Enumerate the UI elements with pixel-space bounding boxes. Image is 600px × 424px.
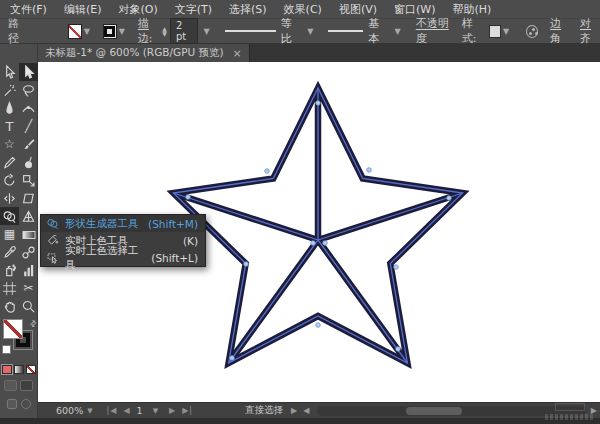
corner-link[interactable]: 边角 [550, 16, 570, 46]
gradient-icon [21, 227, 36, 242]
width-profile-label: 等比 [281, 16, 300, 46]
fill-none-swatch[interactable] [68, 24, 82, 39]
shaper-tool[interactable] [0, 153, 19, 171]
fill-indicator-none[interactable] [3, 319, 23, 339]
artboard-number-field[interactable]: 1 [137, 405, 143, 416]
shape-builder-tool[interactable] [0, 207, 19, 225]
pen-tool[interactable] [0, 99, 19, 117]
menu-effect[interactable]: 效果(C) [284, 2, 322, 17]
artboard-tool[interactable] [0, 279, 19, 297]
scrollbar-thumb[interactable] [406, 407, 462, 415]
stroke-dropdown-chevron-icon[interactable]: ▼ [119, 27, 125, 36]
shaper-pencil-icon [2, 155, 17, 170]
line-segment-tool[interactable]: ╱ [19, 117, 38, 135]
canvas-area[interactable]: 形状生成器工具 (Shift+M) 实时上色工具 (K) 实时上色选择工具 (S… [38, 62, 600, 402]
menu-window[interactable]: 窗口(W) [394, 2, 435, 17]
edit-toolbar-icon[interactable] [21, 399, 31, 409]
window-bottom-edge [0, 418, 600, 424]
mesh-icon: ▦ [4, 228, 15, 240]
perspective-grid-tool[interactable] [19, 207, 38, 225]
menu-view[interactable]: 视图(V) [339, 2, 377, 17]
none-mode-button[interactable] [26, 365, 36, 374]
style-swatch[interactable] [489, 25, 501, 38]
magic-wand-icon [2, 83, 17, 98]
shape-builder-icon [2, 209, 17, 224]
draw-normal-button[interactable] [4, 380, 17, 391]
gradient-tool[interactable] [19, 225, 38, 243]
stroke-color-swatch[interactable] [103, 24, 117, 39]
type-tool[interactable]: T [0, 117, 19, 135]
direct-selection-tool[interactable] [19, 63, 38, 81]
eyedropper-tool[interactable] [0, 243, 19, 261]
flyout-label: 形状生成器工具 [65, 217, 139, 231]
live-paint-selection-icon [46, 251, 59, 264]
blend-tool[interactable] [19, 243, 38, 261]
artboard-dropdown-chevron-icon[interactable]: ▼ [153, 407, 159, 415]
menu-select[interactable]: 选择(S) [229, 2, 267, 17]
scroll-left-icon[interactable]: ◀ [303, 406, 309, 415]
hand-tool[interactable] [0, 297, 19, 315]
column-graph-tool[interactable] [19, 261, 38, 279]
menu-type[interactable]: 文字(T) [175, 2, 212, 17]
screen-mode-icon[interactable] [7, 399, 17, 409]
scale-tool[interactable] [19, 171, 38, 189]
paintbrush-tool[interactable] [19, 135, 38, 153]
status-expand-icon[interactable]: ▶ [291, 406, 297, 415]
flyout-item-live-paint-selection[interactable]: 实时上色选择工具 (Shift+L) [41, 249, 205, 266]
last-artboard-icon[interactable]: ▶| [182, 406, 193, 415]
curvature-icon [21, 101, 36, 116]
lasso-tool[interactable] [19, 81, 38, 99]
width-profile-dropdown[interactable]: 等比 ▼ [225, 16, 317, 46]
menu-file[interactable]: 文件(F) [10, 2, 47, 17]
menu-edit[interactable]: 编辑(E) [64, 2, 102, 17]
zoom-level-field[interactable]: 600% [56, 405, 83, 416]
symbol-sprayer-tool[interactable] [0, 261, 19, 279]
width-tool[interactable] [0, 189, 19, 207]
draw-mode-buttons [0, 380, 37, 391]
draw-behind-button[interactable] [20, 380, 33, 391]
width-profile-preview [225, 30, 276, 32]
magic-wand-tool[interactable] [0, 81, 19, 99]
tab-close-icon[interactable]: × [233, 47, 242, 60]
rotate-icon [2, 173, 17, 188]
stroke-weight-stepper[interactable]: ▲▼ [162, 26, 167, 36]
menu-object[interactable]: 对象(O) [118, 2, 157, 17]
brush-dropdown[interactable]: 基本 ▼ [328, 16, 403, 46]
default-fill-stroke-icon[interactable] [2, 345, 11, 354]
blob-brush-tool[interactable] [19, 153, 38, 171]
fill-stroke-indicator: ⇄ [0, 319, 38, 361]
flyout-item-shape-builder[interactable]: 形状生成器工具 (Shift+M) [41, 215, 205, 232]
next-artboard-icon[interactable]: ▶ [169, 406, 176, 415]
align-link[interactable]: 对齐 [580, 16, 600, 46]
stroke-weight-field[interactable]: 2 pt [170, 18, 198, 44]
hand-icon [2, 299, 17, 314]
stroke-panel-link[interactable]: 描边: [138, 16, 159, 46]
slice-scissors-icon: ✂ [23, 282, 33, 294]
opacity-link[interactable]: 不透明度 [416, 16, 456, 46]
status-bar: 600% ▼ |◀ ◀ 1 ▼ ▶ ▶| 直接选择 ▶ ◀ ▶ [38, 402, 600, 418]
curvature-tool[interactable] [19, 99, 38, 117]
zoom-dropdown-chevron-icon[interactable]: ▼ [87, 407, 92, 415]
mesh-tool[interactable]: ▦ [0, 225, 19, 243]
brush-label: 基本 [368, 16, 387, 46]
stroke-weight-chevron-icon[interactable]: ▼ [203, 27, 209, 36]
document-tab[interactable]: 未标题-1* @ 600% (RGB/GPU 预览) × [38, 44, 250, 62]
fill-dropdown-chevron-icon[interactable]: ▼ [84, 27, 90, 36]
menu-help[interactable]: 帮助(H) [452, 2, 491, 17]
style-chevron-icon[interactable]: ▼ [503, 27, 509, 36]
color-mode-button[interactable] [2, 365, 12, 374]
free-transform-tool[interactable] [19, 189, 38, 207]
flyout-label: 实时上色选择工具 [65, 244, 145, 272]
gradient-mode-button[interactable] [14, 365, 24, 374]
rotate-tool[interactable] [0, 171, 19, 189]
slice-tool[interactable]: ✂ [19, 279, 38, 297]
selection-tool[interactable] [0, 63, 19, 81]
current-tool-status: 直接选择 [245, 404, 283, 417]
zoom-tool[interactable] [19, 297, 38, 315]
control-bar: 路径 ▼ ▼ 描边: ▲▼ 2 pt ▼ 等比 ▼ 基本 ▼ 不透明度 样式: … [0, 18, 600, 44]
star-shape-tool[interactable]: ☆ [0, 135, 19, 153]
recolor-artwork-icon[interactable] [526, 25, 538, 38]
prev-artboard-icon[interactable]: ◀ [123, 406, 130, 415]
scale-icon [21, 173, 36, 188]
first-artboard-icon[interactable]: |◀ [107, 406, 118, 415]
